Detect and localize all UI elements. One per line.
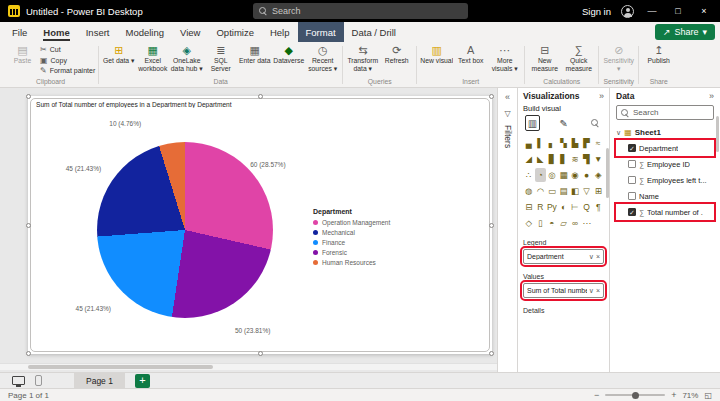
slicer-icon[interactable]: ▽ [581, 184, 593, 198]
search-input[interactable] [272, 6, 462, 16]
paginated-report-icon[interactable]: ▯ [535, 216, 547, 230]
field-total-number-of[interactable]: ✓∑Total number of . [616, 204, 714, 220]
desktop-layout-icon[interactable] [12, 376, 25, 385]
scatter-chart-icon[interactable]: ∴ [523, 168, 535, 182]
field-department[interactable]: ✓Department [616, 140, 714, 156]
map-icon[interactable]: ◉ [569, 168, 581, 182]
collapse-visualizations-icon[interactable]: » [599, 91, 604, 101]
collapse-data-icon[interactable]: » [709, 91, 714, 101]
format-painter-button[interactable]: ✎Format painter [40, 66, 95, 75]
onelake-data-hub-button[interactable]: ◈OneLake data hub ▾ [170, 43, 203, 77]
checkbox[interactable] [628, 160, 636, 168]
get-more-visuals-icon[interactable]: ⋯ [581, 216, 593, 230]
decomposition-tree-icon[interactable]: ⊢ [569, 200, 581, 214]
tab-optimize[interactable]: Optimize [208, 22, 261, 42]
resize-handle[interactable] [489, 223, 494, 228]
shape-map-icon[interactable]: ◈ [592, 168, 604, 182]
more-visuals-button[interactable]: ⋯More visuals ▾ [488, 43, 521, 77]
matrix-icon[interactable]: ⊟ [523, 200, 535, 214]
copy-button[interactable]: ▣Copy [40, 56, 95, 65]
resize-handle[interactable] [489, 94, 494, 99]
zoom-out-button[interactable]: − [594, 390, 599, 400]
data-search[interactable] [616, 105, 714, 120]
chevron-down-icon[interactable]: ∨ [589, 287, 594, 295]
field-employees-left-t[interactable]: ∑Employees left t... [616, 172, 714, 188]
remove-field-icon[interactable]: × [596, 287, 600, 294]
line-and-clustered-column-chart-icon[interactable]: ▋ [558, 152, 570, 166]
stacked-column-chart-icon[interactable]: ▌ [535, 136, 547, 150]
100-stacked-bar-chart-icon[interactable]: ▙ [569, 136, 581, 150]
account-icon[interactable] [621, 5, 634, 18]
metrics-icon[interactable]: ◇ [523, 216, 535, 230]
report-page[interactable]: Sum of Total number of employees in a De… [28, 96, 492, 354]
checkbox[interactable]: ✓ [628, 144, 636, 152]
field-name[interactable]: Name [616, 188, 714, 204]
ribbon-chart-icon[interactable]: ≋ [569, 152, 581, 166]
legend-item[interactable]: Mechanical [313, 227, 390, 237]
checkbox[interactable] [628, 192, 636, 200]
resize-handle[interactable] [489, 351, 494, 356]
legend-item[interactable]: Human Resources [313, 257, 390, 267]
checkbox[interactable]: ✓ [628, 208, 636, 216]
new-visual-button[interactable]: ▥New visual [420, 43, 453, 77]
sign-in-button[interactable]: Sign in [582, 6, 611, 17]
chevron-down-icon[interactable]: ∨ [589, 253, 594, 261]
new-page-button[interactable]: + [135, 374, 150, 388]
remove-field-icon[interactable]: × [596, 253, 600, 260]
scrollbar-thumb[interactable] [28, 365, 213, 369]
enter-data-button[interactable]: ▦Enter data [238, 43, 271, 77]
legend-item[interactable]: Operation Management [313, 217, 390, 227]
line-and-stacked-column-chart-icon[interactable]: ▊ [546, 152, 558, 166]
arcgis-map-icon[interactable]: ◓ [546, 216, 558, 230]
power-apps-icon[interactable]: ▱ [558, 216, 570, 230]
waterfall-chart-icon[interactable]: ▜ [581, 152, 593, 166]
multi-row-card-icon[interactable]: ▤ [558, 184, 570, 198]
paste-button[interactable]: ▤Paste [6, 43, 39, 77]
100-stacked-column-chart-icon[interactable]: ▛ [581, 136, 593, 150]
table-row-sheet1[interactable]: ∨ ▦ Sheet1 [616, 125, 714, 140]
tab-data-drill[interactable]: Data / Drill [344, 22, 404, 42]
stacked-area-chart-icon[interactable]: ◣ [535, 152, 547, 166]
resize-handle[interactable] [26, 223, 31, 228]
zoom-in-button[interactable]: + [671, 390, 676, 400]
tab-help[interactable]: Help [262, 22, 298, 42]
sensitivity-button[interactable]: ⊘Sensitivity ▾ [602, 43, 635, 77]
horizontal-scrollbar[interactable] [0, 363, 497, 370]
publish-button[interactable]: ↥Publish [642, 43, 675, 77]
tab-file[interactable]: File [4, 22, 35, 42]
format-visual-tab[interactable]: ✎ [556, 115, 571, 131]
checkbox[interactable] [628, 176, 636, 184]
filled-map-icon[interactable]: ● [581, 168, 593, 182]
field-employee-id[interactable]: ∑Employee ID [616, 156, 714, 172]
close-button[interactable]: × [696, 6, 712, 16]
gauge-icon[interactable]: ◠ [535, 184, 547, 198]
new-measure-button[interactable]: ⊟New measure [528, 43, 561, 77]
narrative-icon[interactable]: ¶ [592, 200, 604, 214]
qa-visual-icon[interactable]: Q [581, 200, 593, 214]
funnel-chart-icon[interactable]: ▼ [592, 152, 604, 166]
refresh-button[interactable]: ⟳Refresh [380, 43, 413, 77]
r-script-visual-icon[interactable]: R [535, 200, 547, 214]
legend-item[interactable]: Finance [313, 237, 390, 247]
mobile-layout-icon[interactable] [35, 375, 42, 386]
resize-handle[interactable] [258, 94, 263, 99]
stacked-bar-chart-icon[interactable]: ▄ [523, 136, 535, 150]
card-icon[interactable]: ▭ [546, 184, 558, 198]
share-button[interactable]: ↗ Share ▾ [655, 24, 715, 40]
maximize-button[interactable]: □ [670, 6, 686, 16]
panel-scrollbar[interactable] [716, 116, 719, 152]
resize-handle[interactable] [26, 351, 31, 356]
page-tab[interactable]: Page 1 [74, 373, 125, 389]
dataverse-button[interactable]: ◆Dataverse [272, 43, 305, 77]
minimize-button[interactable]: — [644, 6, 660, 16]
tab-format[interactable]: Format [298, 22, 344, 42]
transform-data-button[interactable]: ⇆Transform data ▾ [346, 43, 379, 77]
recent-sources-button[interactable]: ◷Recent sources ▾ [306, 43, 339, 77]
text-box-button[interactable]: AText box [454, 43, 487, 77]
pie-chart-icon[interactable]: ◔ [535, 168, 547, 182]
filters-pane-collapsed[interactable]: « ▽ Filters [497, 88, 517, 372]
tab-modeling[interactable]: Modeling [117, 22, 172, 42]
python-visual-icon[interactable]: Py [546, 200, 558, 214]
expand-table-icon[interactable]: ∨ [616, 129, 621, 137]
pie-chart[interactable] [97, 142, 273, 318]
